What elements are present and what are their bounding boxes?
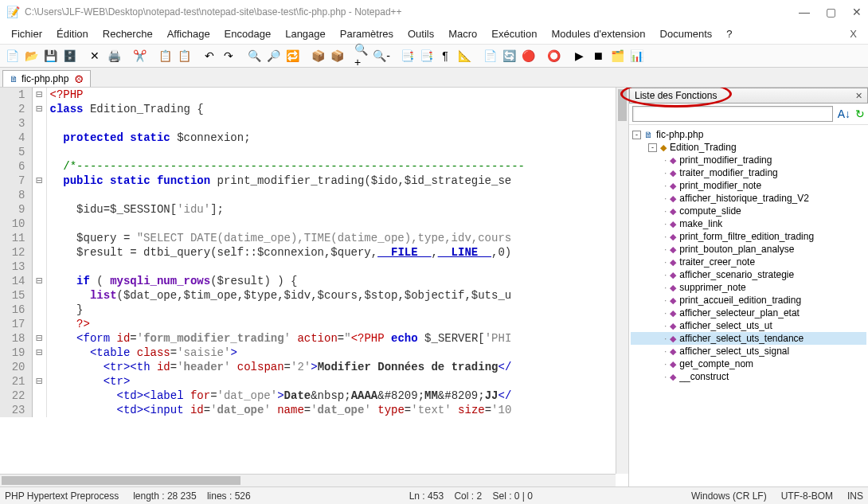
- menu-item[interactable]: Documents: [654, 25, 719, 42]
- tree-item[interactable]: ·◆afficher_select_uts_tendance: [631, 332, 866, 345]
- toolbar-button[interactable]: 🔍-: [373, 47, 390, 64]
- tree-item[interactable]: ·◆afficher_historique_trading_V2: [631, 192, 866, 205]
- toolbar-button[interactable]: 📦: [328, 47, 346, 64]
- tree-item[interactable]: ·◆print_form_filtre_edition_trading: [631, 230, 866, 243]
- code-line[interactable]: <tr><th id='header' colspan='2'>Modifier…: [46, 360, 628, 374]
- tree-item[interactable]: ·◆print_accueil_edition_trading: [631, 294, 866, 307]
- code-line[interactable]: $result = dtbi_query(self::$connexion,$q…: [46, 245, 628, 260]
- fold-gutter[interactable]: ⊟: [32, 102, 46, 116]
- code-line[interactable]: }: [46, 303, 628, 317]
- toolbar-button[interactable]: 🔎: [264, 47, 282, 64]
- menu-item[interactable]: Paramètres: [334, 25, 400, 42]
- toolbar-button[interactable]: 📄: [481, 47, 499, 64]
- fold-gutter[interactable]: ⊟: [32, 331, 46, 346]
- toolbar-button[interactable]: ↷: [220, 47, 237, 64]
- tree-item[interactable]: ·◆afficher_selecteur_plan_etat: [631, 307, 866, 319]
- tree-item[interactable]: -◆Edition_Trading: [631, 141, 866, 154]
- close-window-button[interactable]: ✕: [852, 6, 862, 18]
- menu-item[interactable]: ?: [720, 25, 738, 42]
- toolbar-button[interactable]: 🗂️: [608, 47, 626, 64]
- tree-item[interactable]: ·◆print_modifier_trading: [631, 154, 866, 166]
- toolbar-button[interactable]: 📋: [175, 47, 193, 64]
- tree-item[interactable]: ·◆afficher_select_uts_signal: [631, 345, 866, 357]
- code-line[interactable]: <table class='saisie'>: [46, 346, 628, 360]
- tree-item[interactable]: ·◆print_modifier_note: [631, 179, 866, 192]
- tree-item[interactable]: ·◆__construct: [631, 370, 866, 383]
- code-line[interactable]: [46, 188, 628, 202]
- toolbar-button[interactable]: 🔍+: [354, 47, 371, 64]
- fold-gutter[interactable]: ⊟: [32, 174, 46, 188]
- menu-item[interactable]: Langage: [279, 25, 332, 42]
- function-search-input[interactable]: [632, 106, 833, 122]
- tree-item[interactable]: ·◆traiter_creer_note: [631, 256, 866, 268]
- menu-item[interactable]: Affichage: [161, 25, 217, 42]
- toolbar-button[interactable]: ↶: [201, 47, 218, 64]
- toolbar-button[interactable]: ¶: [436, 47, 454, 64]
- code-line[interactable]: <td><label for='dat_ope'>Date&nbsp;AAAA&…: [46, 389, 628, 403]
- fold-gutter[interactable]: ⊟: [32, 346, 46, 360]
- code-editor[interactable]: 1⊟<?PHP2⊟class Edition_Trading {34 prote…: [0, 88, 628, 486]
- tree-item[interactable]: ·◆get_compte_nom: [631, 357, 866, 370]
- code-line[interactable]: $idu=$_SESSION['idu'];: [46, 202, 628, 217]
- code-line[interactable]: list($dat_ope,$tim_ope,$type,$idv,$cours…: [46, 288, 628, 303]
- tree-item[interactable]: ·◆print_bouton_plan_analyse: [631, 243, 866, 256]
- menu-item[interactable]: Macro: [442, 25, 483, 42]
- menu-item[interactable]: Édition: [50, 25, 95, 42]
- code-line[interactable]: [46, 217, 628, 231]
- maximize-button[interactable]: ▢: [826, 6, 836, 18]
- panel-close-button[interactable]: ✕: [855, 91, 862, 101]
- fold-gutter[interactable]: ⊟: [32, 374, 46, 389]
- code-line[interactable]: [46, 260, 628, 274]
- toolbar-button[interactable]: ✕: [86, 47, 104, 64]
- tree-item[interactable]: ·◆supprimer_note: [631, 281, 866, 294]
- code-line[interactable]: $query = "SELECT DATE(datime_ope),TIME(d…: [46, 231, 628, 245]
- tree-item[interactable]: -🗎fic-php.php: [631, 128, 866, 141]
- code-line[interactable]: [46, 145, 628, 159]
- toolbar-button[interactable]: ✂️: [131, 47, 148, 64]
- tree-item[interactable]: ·◆make_link: [631, 217, 866, 230]
- toolbar-button[interactable]: ▶: [570, 47, 588, 64]
- menu-item[interactable]: Exécution: [485, 25, 543, 42]
- toolbar-button[interactable]: ⭕: [545, 47, 562, 64]
- code-line[interactable]: class Edition_Trading {: [46, 102, 628, 116]
- code-line[interactable]: <td><input id='dat_ope' name='dat_ope' t…: [46, 403, 628, 417]
- code-line[interactable]: <?PHP: [46, 88, 628, 102]
- code-line[interactable]: protected static $connexion;: [46, 131, 628, 145]
- code-line[interactable]: <form id='form_modifier_trading' action=…: [46, 331, 628, 346]
- fold-gutter[interactable]: ⊟: [32, 274, 46, 288]
- code-line[interactable]: ?>: [46, 317, 628, 331]
- tab-fic-php[interactable]: 🗎 fic-php.php ⮿: [2, 70, 91, 87]
- tree-expand-icon[interactable]: -: [632, 131, 641, 139]
- toolbar-button[interactable]: 📦: [309, 47, 326, 64]
- tab-close-button[interactable]: ⮿: [75, 74, 84, 84]
- menubar-close-button[interactable]: X: [843, 25, 863, 42]
- tree-item[interactable]: ·◆compute_slide: [631, 205, 866, 217]
- code-line[interactable]: if ( mysqli_num_rows($result) ) {: [46, 274, 628, 288]
- vertical-scrollbar[interactable]: [616, 88, 628, 474]
- menu-item[interactable]: Recherche: [96, 25, 159, 42]
- menu-item[interactable]: Modules d'extension: [545, 25, 651, 42]
- toolbar-button[interactable]: 🔁: [283, 47, 301, 64]
- tree-item[interactable]: ·◆traiter_modifier_trading: [631, 166, 866, 179]
- toolbar-button[interactable]: 📑: [417, 47, 435, 64]
- menu-item[interactable]: Encodage: [218, 25, 278, 42]
- tree-item[interactable]: ·◆afficher_select_uts_ut: [631, 319, 866, 332]
- toolbar-button[interactable]: 📑: [398, 47, 416, 64]
- tree-item[interactable]: ·◆afficher_scenario_strategie: [631, 268, 866, 281]
- code-line[interactable]: /*--------------------------------------…: [46, 159, 628, 174]
- toolbar-button[interactable]: 🖨️: [105, 47, 123, 64]
- toolbar-button[interactable]: 🔍: [245, 47, 263, 64]
- toolbar-button[interactable]: 🗄️: [61, 47, 78, 64]
- code-line[interactable]: [46, 116, 628, 131]
- code-line[interactable]: <tr>: [46, 374, 628, 389]
- menu-item[interactable]: Outils: [401, 25, 440, 42]
- toolbar-button[interactable]: 📐: [456, 47, 473, 64]
- minimize-button[interactable]: —: [799, 6, 810, 18]
- toolbar-button[interactable]: 💾: [41, 47, 59, 64]
- toolbar-button[interactable]: 🔴: [519, 47, 537, 64]
- toolbar-button[interactable]: ⏹: [589, 47, 607, 64]
- code-line[interactable]: public static function print_modifier_tr…: [46, 174, 628, 188]
- toolbar-button[interactable]: 📋: [156, 47, 174, 64]
- toolbar-button[interactable]: 📄: [3, 47, 21, 64]
- menu-item[interactable]: Fichier: [5, 25, 49, 42]
